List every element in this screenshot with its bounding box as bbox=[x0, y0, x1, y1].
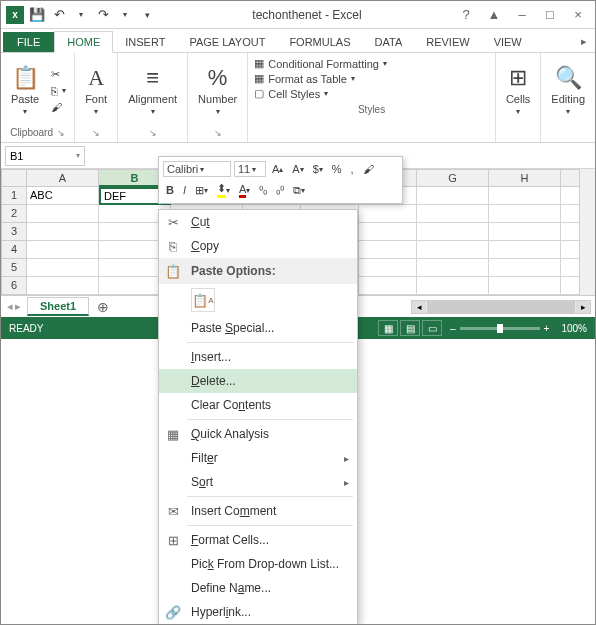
col-header-G[interactable]: G bbox=[417, 169, 489, 187]
cm-copy[interactable]: ⎘ Copy bbox=[159, 234, 357, 258]
select-all-corner[interactable] bbox=[1, 169, 27, 187]
view-normal[interactable]: ▦ bbox=[378, 320, 398, 336]
cell-styles-button[interactable]: ▢ Cell Styles ▾ bbox=[254, 87, 489, 100]
mini-dec-decimal[interactable]: ₀⁰ bbox=[273, 183, 287, 198]
number-button[interactable]: % Number ▾ bbox=[192, 63, 243, 118]
cell[interactable] bbox=[489, 277, 561, 295]
help-button[interactable]: ? bbox=[453, 5, 479, 25]
cell[interactable] bbox=[359, 241, 417, 259]
tab-review[interactable]: REVIEW bbox=[414, 32, 481, 52]
cm-pick-dropdown[interactable]: Pick From Drop-down List... bbox=[159, 552, 357, 576]
vertical-scrollbar[interactable] bbox=[579, 169, 595, 295]
sheet-tab-1[interactable]: Sheet1 bbox=[27, 297, 89, 316]
mini-bold[interactable]: B bbox=[163, 183, 177, 197]
mini-fill-color[interactable]: ⬍▾ bbox=[214, 181, 233, 199]
alignment-button[interactable]: ≡ Alignment ▾ bbox=[122, 63, 183, 118]
font-button[interactable]: A Font ▾ bbox=[79, 63, 113, 118]
dialog-launcher-icon[interactable]: ↘ bbox=[92, 128, 100, 138]
cell[interactable] bbox=[489, 205, 561, 223]
cm-insert-comment[interactable]: ✉ Insert Comment bbox=[159, 499, 357, 523]
tab-data[interactable]: DATA bbox=[363, 32, 415, 52]
zoom-slider[interactable] bbox=[460, 327, 540, 330]
cm-paste-all[interactable]: 📋A bbox=[191, 288, 215, 312]
mini-size-select[interactable]: 11▾ bbox=[234, 161, 266, 177]
mini-font-color[interactable]: A▾ bbox=[236, 182, 253, 199]
format-painter-button[interactable]: 🖌 bbox=[49, 100, 68, 114]
ribbon-collapse[interactable]: ▸ bbox=[573, 31, 595, 52]
editing-button[interactable]: 🔍 Editing ▾ bbox=[545, 63, 591, 118]
cell[interactable] bbox=[359, 205, 417, 223]
maximize-button[interactable]: □ bbox=[537, 5, 563, 25]
cell[interactable] bbox=[359, 223, 417, 241]
row-header[interactable]: 6 bbox=[1, 277, 27, 295]
mini-merge[interactable]: ⧉▾ bbox=[290, 183, 308, 198]
cm-cut[interactable]: ✂ Cut bbox=[159, 210, 357, 234]
zoom-in[interactable]: + bbox=[544, 323, 550, 334]
cell[interactable] bbox=[359, 259, 417, 277]
row-header[interactable]: 5 bbox=[1, 259, 27, 277]
redo-dropdown[interactable]: ▾ bbox=[115, 5, 135, 25]
mini-currency[interactable]: $ ▾ bbox=[310, 162, 326, 176]
scroll-thumb[interactable] bbox=[427, 301, 575, 313]
mini-format-painter[interactable]: 🖌 bbox=[360, 162, 377, 176]
tab-home[interactable]: HOME bbox=[54, 31, 113, 53]
cm-hyperlink[interactable]: 🔗 Hyperlink... bbox=[159, 600, 357, 624]
dialog-launcher-icon[interactable]: ↘ bbox=[57, 128, 65, 138]
mini-percent[interactable]: % bbox=[329, 162, 345, 176]
undo-button[interactable]: ↶ bbox=[49, 5, 69, 25]
format-as-table-button[interactable]: ▦ Format as Table ▾ bbox=[254, 72, 489, 85]
mini-italic[interactable]: I bbox=[180, 183, 189, 197]
mini-inc-decimal[interactable]: ⁰₀ bbox=[256, 183, 270, 198]
row-header[interactable]: 4 bbox=[1, 241, 27, 259]
mini-font-select[interactable]: Calibri▾ bbox=[163, 161, 231, 177]
minimize-button[interactable]: – bbox=[509, 5, 535, 25]
cell[interactable] bbox=[417, 223, 489, 241]
sheet-nav[interactable]: ◂▸ bbox=[1, 300, 27, 313]
view-page-break[interactable]: ▭ bbox=[422, 320, 442, 336]
close-button[interactable]: × bbox=[565, 5, 591, 25]
zoom-out[interactable]: – bbox=[450, 323, 456, 334]
col-header-A[interactable]: A bbox=[27, 169, 99, 187]
add-sheet-button[interactable]: ⊕ bbox=[89, 299, 117, 315]
cell[interactable] bbox=[417, 241, 489, 259]
row-header[interactable]: 3 bbox=[1, 223, 27, 241]
cell[interactable] bbox=[417, 187, 489, 205]
cell[interactable] bbox=[489, 187, 561, 205]
scroll-left[interactable]: ◂ bbox=[412, 301, 426, 313]
cut-button[interactable]: ✂ bbox=[49, 67, 68, 82]
paste-button[interactable]: 📋 Paste ▾ bbox=[5, 63, 45, 118]
cell[interactable] bbox=[27, 241, 99, 259]
cell[interactable] bbox=[489, 223, 561, 241]
col-header-H[interactable]: H bbox=[489, 169, 561, 187]
cell[interactable] bbox=[417, 259, 489, 277]
cell[interactable]: ABC bbox=[27, 187, 99, 205]
mini-grow-font[interactable]: A▴ bbox=[269, 162, 286, 176]
tab-page-layout[interactable]: PAGE LAYOUT bbox=[177, 32, 277, 52]
cell[interactable] bbox=[27, 277, 99, 295]
dialog-launcher-icon[interactable]: ↘ bbox=[214, 128, 222, 138]
cell[interactable] bbox=[359, 277, 417, 295]
tab-view[interactable]: VIEW bbox=[482, 32, 534, 52]
cell[interactable] bbox=[417, 205, 489, 223]
ribbon-display-options[interactable]: ▲ bbox=[481, 5, 507, 25]
row-header[interactable]: 1 bbox=[1, 187, 27, 205]
cell[interactable] bbox=[27, 259, 99, 277]
cm-sort[interactable]: Sort ▸ bbox=[159, 470, 357, 494]
cm-paste-special[interactable]: Paste Special... bbox=[159, 316, 357, 340]
cm-insert[interactable]: Insert... bbox=[159, 345, 357, 369]
horizontal-scrollbar[interactable]: ◂ ▸ bbox=[411, 300, 591, 314]
cm-filter[interactable]: Filter ▸ bbox=[159, 446, 357, 470]
redo-button[interactable]: ↷ bbox=[93, 5, 113, 25]
row-header[interactable]: 2 bbox=[1, 205, 27, 223]
view-page-layout[interactable]: ▤ bbox=[400, 320, 420, 336]
tab-file[interactable]: FILE bbox=[3, 32, 54, 52]
excel-logo[interactable]: x bbox=[5, 5, 25, 25]
mini-shrink-font[interactable]: A▾ bbox=[289, 162, 306, 176]
save-button[interactable]: 💾 bbox=[27, 5, 47, 25]
mini-borders[interactable]: ⊞▾ bbox=[192, 183, 211, 198]
cell[interactable] bbox=[489, 259, 561, 277]
cell[interactable] bbox=[27, 223, 99, 241]
zoom-level[interactable]: 100% bbox=[561, 323, 587, 334]
cm-delete[interactable]: Delete... bbox=[159, 369, 357, 393]
name-box[interactable]: B1 ▾ bbox=[5, 146, 85, 166]
